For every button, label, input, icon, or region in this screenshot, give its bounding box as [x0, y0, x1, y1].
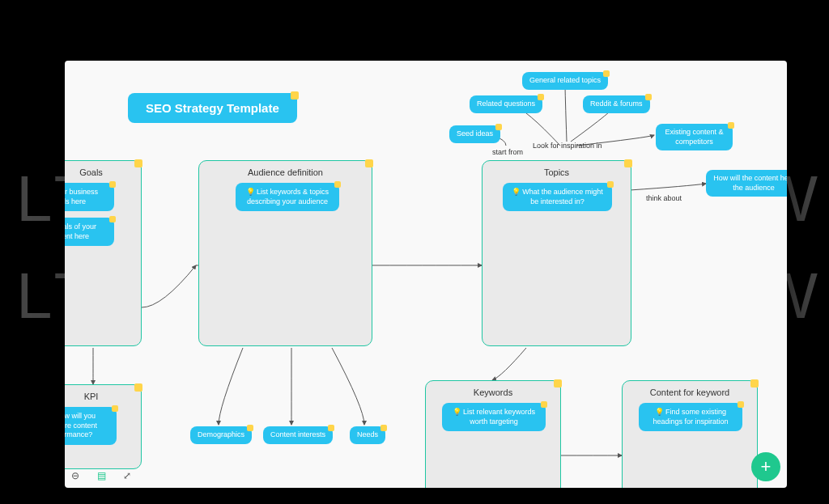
title-text: SEO Strategy Template: [146, 101, 279, 115]
note-icon: [112, 405, 118, 412]
note-icon: [538, 94, 544, 100]
node-general-topics[interactable]: General related topics: [522, 72, 608, 90]
zoom-out-icon[interactable]: ⊖: [71, 470, 84, 483]
node-reddit-forums[interactable]: Reddit & forums: [583, 95, 650, 113]
panel-kpi-title: KPI: [65, 392, 141, 401]
list-icon[interactable]: ▤: [97, 470, 110, 483]
node-content-headings[interactable]: Find some existing headings for inspirat…: [639, 403, 742, 431]
panel-topics-title: Topics: [483, 167, 631, 177]
node-topics-interest[interactable]: What the audience might be interested in…: [503, 183, 612, 211]
note-icon: [554, 379, 562, 388]
note-icon: [334, 181, 341, 188]
note-icon: [645, 94, 652, 100]
node-needs[interactable]: Needs: [350, 426, 385, 444]
note-icon: [380, 425, 387, 431]
node-content-interests[interactable]: Content interests: [263, 426, 333, 444]
note-icon: [624, 159, 632, 167]
note-icon: [328, 425, 334, 431]
note-icon: [728, 122, 734, 129]
add-button[interactable]: +: [751, 452, 780, 481]
panel-audience[interactable]: Audience definition List keywords & topi…: [198, 160, 372, 346]
note-icon: [603, 70, 610, 77]
note-icon: [109, 216, 116, 222]
note-icon: [134, 159, 142, 167]
note-icon: [365, 159, 373, 167]
label-start-from: start from: [492, 148, 523, 156]
panel-keywords[interactable]: Keywords List relevant keywords worth ta…: [425, 380, 561, 488]
note-icon: [750, 379, 759, 388]
diagram-canvas[interactable]: SEO Strategy Template Goals List your bu…: [65, 61, 787, 488]
node-existing-content[interactable]: Existing content & competitors: [656, 124, 733, 150]
note-icon: [495, 124, 502, 130]
panel-audience-title: Audience definition: [199, 167, 372, 177]
canvas-wrap: SEO Strategy Template Goals List your bu…: [65, 61, 787, 488]
expand-icon[interactable]: ⤢: [123, 470, 136, 483]
node-seed-ideas[interactable]: Seed ideas: [449, 125, 500, 143]
panel-kpi[interactable]: KPI How will you measure content perform…: [65, 384, 142, 469]
node-audience-keywords[interactable]: List keywords & topics describing your a…: [236, 183, 339, 211]
label-think-about: think about: [646, 194, 682, 202]
node-content-help[interactable]: How will the content help the audience: [706, 170, 787, 197]
node-content-goals[interactable]: List goals of your content here: [65, 218, 114, 246]
node-keywords-target[interactable]: List relevant keywords worth targeting: [442, 403, 546, 431]
panel-content-title: Content for keyword: [623, 388, 757, 397]
note-icon: [541, 401, 547, 408]
note-icon: [109, 181, 116, 188]
note-icon: [134, 383, 142, 392]
note-icon: [607, 181, 614, 188]
note-icon: [738, 401, 744, 408]
node-demographics[interactable]: Demographics: [190, 426, 252, 444]
panel-content[interactable]: Content for keyword Find some existing h…: [622, 380, 758, 488]
note-icon: [291, 91, 299, 100]
label-look-for: Look for inspiration in: [533, 142, 602, 150]
node-kpi-measure[interactable]: How will you measure content performance…: [65, 407, 117, 445]
node-business-goals[interactable]: List your business goals here: [65, 183, 114, 211]
diagram-title[interactable]: SEO Strategy Template: [128, 93, 297, 123]
panel-goals-title: Goals: [65, 167, 141, 177]
panel-goals[interactable]: Goals List your business goals here List…: [65, 160, 142, 346]
panel-topics[interactable]: Topics What the audience might be intere…: [482, 160, 631, 346]
note-icon: [247, 425, 253, 431]
panel-keywords-title: Keywords: [426, 388, 560, 397]
node-related-questions[interactable]: Related questions: [470, 95, 542, 113]
